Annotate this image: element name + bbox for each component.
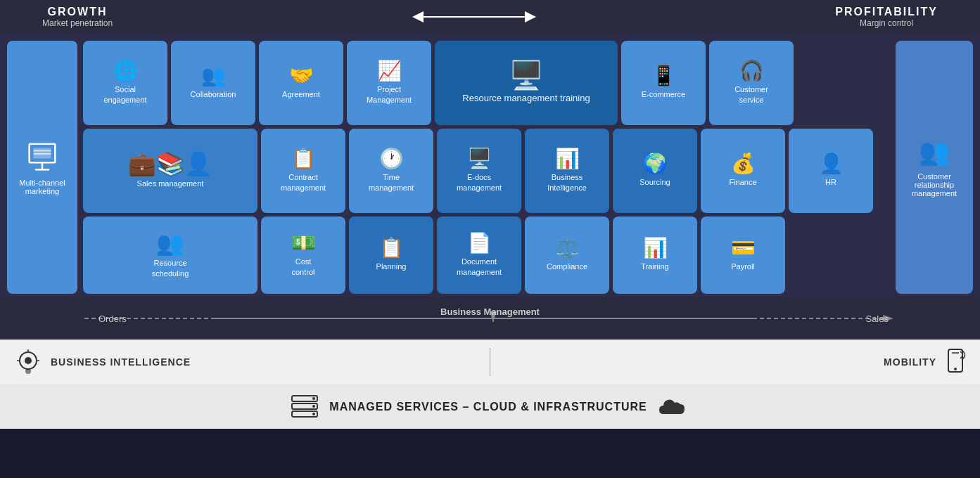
project-management-tile[interactable]: 📈 ProjectManagement [347, 41, 431, 125]
brain-icon [14, 348, 42, 376]
training-label: Training [641, 261, 668, 271]
sales-management-tile[interactable]: 💼📚👤 Sales management [83, 129, 257, 213]
time-label: Timemanagement [369, 172, 414, 193]
scheduling-label: Resourcescheduling [152, 258, 189, 278]
finance-label: Finance [729, 177, 756, 187]
agreement-icon: 🤝 [289, 66, 314, 86]
cost-label: Costcontrol [291, 257, 314, 277]
crm-label: Customerrelationshipmanagement [912, 172, 957, 198]
cost-icon: 💵 [291, 233, 316, 253]
profitability-title: PROFITABILITY [835, 6, 938, 18]
bi-section: BUSINESS INTELLIGENCE [14, 348, 490, 376]
bi-label: BusinessIntelligence [547, 172, 587, 193]
multi-channel-tile[interactable]: Multi-channelmarketing [7, 41, 77, 294]
social-engagement-tile[interactable]: 🌐 Socialengagement [83, 41, 167, 125]
contract-icon: 📋 [291, 149, 316, 169]
document-icon: 📄 [467, 233, 492, 253]
bottom-arrow-area: Orders Business Management Sales [0, 297, 980, 340]
multi-channel-label: Multi-channelmarketing [19, 179, 65, 195]
customer-service-icon: 🎧 [739, 61, 764, 81]
contract-management-tile[interactable]: 📋 Contractmanagement [261, 129, 345, 213]
top-header: GROWTH Market penetration PROFITABILITY … [0, 0, 980, 34]
growth-title: GROWTH [42, 6, 113, 18]
hr-icon: 👤 [819, 154, 844, 174]
compliance-tile[interactable]: ⚖️ Compliance [525, 217, 609, 294]
row-3: 👥 Resourcescheduling 💵 Costcontrol 📋 Pla… [83, 217, 890, 294]
left-sidebar: Multi-channelmarketing [7, 41, 77, 294]
hr-tile[interactable]: 👤 HR [789, 129, 873, 213]
svg-point-15 [25, 357, 32, 364]
sourcing-tile[interactable]: 🌍 Sourcing [613, 129, 697, 213]
business-intelligence-tile[interactable]: 📊 BusinessIntelligence [525, 129, 609, 213]
cost-control-tile[interactable]: 💵 Costcontrol [261, 217, 345, 294]
payroll-icon: 💳 [731, 238, 756, 258]
time-icon: 🕐 [379, 149, 404, 169]
svg-point-26 [312, 397, 315, 400]
svg-point-21 [954, 368, 957, 370]
finance-tile[interactable]: 💰 Finance [701, 129, 785, 213]
hr-label: HR [825, 177, 836, 187]
project-mgmt-label: ProjectManagement [367, 84, 412, 105]
project-mgmt-icon: 📈 [377, 61, 402, 81]
training-tile[interactable]: 📊 Training [613, 217, 697, 294]
ecommerce-tile[interactable]: 📱 E-commerce [621, 41, 706, 125]
mobility-label: MOBILITY [884, 356, 936, 368]
compliance-label: Compliance [547, 261, 587, 271]
customer-service-label: Customerservice [734, 84, 768, 105]
row-2: 💼📚👤 Sales management 📋 Contractmanagemen… [83, 129, 890, 213]
document-label: Documentmanagement [457, 257, 502, 277]
crm-icon: 👥 [919, 137, 950, 167]
payroll-label: Payroll [731, 261, 755, 271]
grid-area: 🌐 Socialengagement 👥 Collaboration 🤝 Agr… [83, 41, 890, 294]
svg-point-27 [312, 405, 315, 408]
resource-icon: 🖥️ [509, 61, 544, 89]
agreement-label: Agreement [282, 89, 320, 99]
mobility-section: MOBILITY [490, 348, 966, 376]
sales-icon: 💼📚👤 [128, 153, 212, 175]
edocs-tile[interactable]: 🖥️ E-docsmanagement [437, 129, 521, 213]
collaboration-icon: 👥 [201, 66, 226, 86]
planning-icon: 📋 [379, 238, 404, 258]
cloud-icon [658, 394, 689, 419]
time-management-tile[interactable]: 🕐 Timemanagement [349, 129, 433, 213]
ecommerce-icon: 📱 [651, 66, 676, 86]
svg-point-19 [25, 368, 31, 374]
orders-label: Orders [98, 314, 127, 324]
bi-label: BUSINESS INTELLIGENCE [51, 356, 191, 368]
planning-tile[interactable]: 📋 Planning [349, 217, 433, 294]
ecommerce-label: E-commerce [642, 89, 685, 99]
social-icon: 🌐 [113, 61, 138, 81]
svg-point-28 [312, 413, 315, 415]
sourcing-icon: 🌍 [643, 154, 668, 174]
bottom-labels: Orders Business Management Sales [14, 314, 966, 324]
sales-label: Sales management [137, 179, 204, 188]
agreement-tile[interactable]: 🤝 Agreement [259, 41, 343, 125]
sales-label-bottom: Sales [865, 314, 889, 324]
header-arrow [411, 6, 537, 27]
mobile-icon [945, 348, 966, 376]
business-management-label: Business Management [440, 306, 540, 317]
profitability-section: PROFITABILITY Margin control [835, 6, 938, 28]
main-area: Multi-channelmarketing 🌐 Socialengagemen… [0, 34, 980, 297]
managed-services-label: MANAGED SERVICES – CLOUD & INFRASTRUCTUR… [329, 401, 647, 413]
customer-service-tile[interactable]: 🎧 Customerservice [709, 41, 794, 125]
finance-icon: 💰 [731, 154, 756, 174]
resource-scheduling-tile[interactable]: 👥 Resourcescheduling [83, 217, 257, 294]
training-icon: 📊 [643, 238, 668, 258]
collaboration-tile[interactable]: 👥 Collaboration [171, 41, 255, 125]
compliance-icon: ⚖️ [555, 238, 580, 258]
managed-services-bar: MANAGED SERVICES – CLOUD & INFRASTRUCTUR… [0, 385, 980, 429]
server-icon [291, 394, 319, 419]
contract-label: Contractmanagement [281, 172, 326, 193]
row-1: 🌐 Socialengagement 👥 Collaboration 🤝 Agr… [83, 41, 890, 125]
growth-subtitle: Market penetration [42, 18, 113, 28]
bi-icon: 📊 [555, 149, 580, 169]
sourcing-label: Sourcing [639, 177, 670, 187]
right-sidebar: 👥 Customerrelationshipmanagement [896, 41, 973, 294]
payroll-tile[interactable]: 💳 Payroll [701, 217, 785, 294]
resource-management-tile[interactable]: 🖥️ Resource management training [435, 41, 618, 125]
edocs-label: E-docsmanagement [457, 172, 502, 193]
resource-label: Resource management training [462, 93, 590, 105]
edocs-icon: 🖥️ [467, 149, 492, 169]
document-management-tile[interactable]: 📄 Documentmanagement [437, 217, 521, 294]
